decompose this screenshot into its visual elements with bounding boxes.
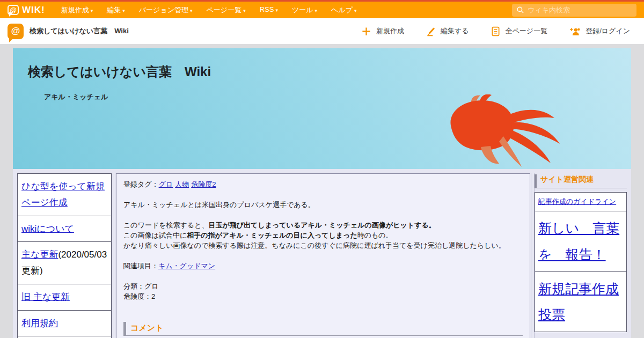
- related-label: 関連項目：: [123, 262, 158, 270]
- text: かなり痛々しい画像なので検索する際は注意。ちなみにこの後すぐに病院に運ばれ手当て…: [123, 241, 506, 249]
- site-logo-at: @: [11, 26, 20, 36]
- bold-text: 相手の指がアキル・ミッチェルの目に入ってしまった: [187, 231, 357, 239]
- text: この画像は試合中に: [123, 231, 187, 239]
- atwiki-logo-text: WIK!: [22, 5, 45, 16]
- chevron-down-icon: ▾: [190, 8, 193, 13]
- bold-text: 目玉が飛び出てしまっているアキル・ミッチェルの画像がヒットする。: [208, 221, 435, 229]
- left-sidebar: ひな型を使って新規ページ作成wikiについて主な更新(2020/05/03更新)…: [17, 173, 112, 338]
- atwiki-logo-icon: @: [8, 5, 19, 15]
- nav-menu-item[interactable]: 新規作成▾: [61, 5, 93, 15]
- column-divider: [531, 173, 535, 338]
- chevron-down-icon: ▾: [91, 8, 93, 13]
- tag-line: 登録タグ：グロ人物危険度2: [123, 179, 523, 189]
- text: アキル・ミッチェルとは米国出身のプロバスケ選手である。: [123, 201, 315, 209]
- paragraph: このワードを検索すると、目玉が飛び出てしまっているアキル・ミッチェルの画像がヒッ…: [123, 220, 523, 251]
- sidebar-link[interactable]: 記事作成のガイドライン: [538, 197, 616, 205]
- action-label: 新規作成: [376, 26, 404, 36]
- site-title: 検索してはいけない言葉 Wiki: [30, 26, 129, 36]
- tag-link[interactable]: 人物: [175, 180, 189, 188]
- sidebar-link[interactable]: wikiについて: [21, 224, 74, 234]
- text: このワードを検索すると、: [123, 221, 208, 229]
- tag-link[interactable]: 危険度2: [191, 180, 216, 188]
- sidebar-menu-cell: ひな型を使って新規ページ作成: [18, 174, 111, 216]
- page-title: アキル・ミッチェル: [44, 92, 108, 102]
- chevron-down-icon: ▾: [275, 8, 278, 13]
- edit-page-button[interactable]: 編集する: [426, 26, 469, 36]
- action-label: 全ページ一覧: [506, 26, 548, 36]
- chevron-down-icon: ▾: [243, 8, 246, 13]
- nav-menu-item[interactable]: 編集▾: [107, 5, 125, 15]
- tag-link[interactable]: グロ: [159, 180, 173, 188]
- related-link[interactable]: キム・グッドマン: [158, 262, 215, 270]
- nav-menu-item[interactable]: RSS▾: [260, 5, 278, 15]
- search-input[interactable]: [528, 6, 632, 14]
- chevron-down-icon: ▾: [122, 8, 125, 13]
- pencil-icon: [426, 26, 436, 36]
- plus-icon: [361, 26, 371, 36]
- chevron-down-icon: ▾: [354, 8, 357, 13]
- text: 時のもの。: [357, 231, 393, 239]
- category-line: 分類：グロ: [123, 281, 523, 291]
- comment-section-heading: コメント: [123, 322, 523, 336]
- sidebar-link[interactable]: 主な更新: [21, 249, 58, 260]
- sidebar-menu-cell: 新しい 言葉を 報告！: [535, 211, 626, 272]
- sidebar-link[interactable]: ひな型を使って新規ページ作成: [21, 181, 105, 208]
- search-icon: [516, 6, 524, 14]
- text-line: かなり痛々しい画像なので検索する際は注意。ちなみにこの後すぐに病院に運ばれ手当て…: [123, 240, 523, 251]
- sidebar-link[interactable]: 新しい 言葉を 報告！: [538, 221, 619, 262]
- chevron-down-icon: ▾: [315, 8, 318, 13]
- action-label: 登録/ログイン: [586, 26, 630, 36]
- sidebar-menu-cell: 新規記事作成投票: [535, 272, 626, 332]
- page-body: 検索してはいけない言葉 Wiki アキル・ミッチェル ひな型を使って新規ページ作…: [0, 44, 644, 338]
- right-sidebar-heading: サイト運営関連: [535, 174, 627, 188]
- header-actions: 新規作成 編集する 全ページ一覧 登録/ログイン: [361, 26, 630, 36]
- tags-label: 登録タグ：: [123, 180, 159, 188]
- wiki-banner: 検索してはいけない言葉 Wiki アキル・ミッチェル: [13, 48, 631, 169]
- paragraph: アキル・ミッチェルとは米国出身のプロバスケ選手である。: [123, 200, 523, 210]
- main-column: 登録タグ：グロ人物危険度2 アキル・ミッチェルとは米国出身のプロバスケ選手である…: [115, 173, 531, 338]
- sidebar-menu-cell: 旧 主な更新: [18, 284, 111, 311]
- new-page-button[interactable]: 新規作成: [361, 26, 404, 36]
- register-login-button[interactable]: 登録/ログイン: [569, 26, 630, 36]
- action-label: 編集する: [441, 26, 469, 36]
- tag-links: グロ人物危険度2: [159, 180, 218, 188]
- right-sidebar-menu: 記事作成のガイドライン新しい 言葉を 報告！新規記事作成投票: [535, 192, 627, 332]
- sidebar-menu-cell: 利用規約: [18, 311, 111, 337]
- text-line: アキル・ミッチェルとは米国出身のプロバスケ選手である。: [123, 200, 523, 210]
- sidebar-menu-cell: wikiについて: [18, 216, 111, 243]
- related-line: 関連項目：キム・グッドマン: [123, 261, 523, 271]
- top-navbar: @ WIK! 新規作成▾編集▾バージョン管理▾ページ一覧▾RSS▾ツール▾ヘルプ…: [0, 0, 644, 18]
- wiki-search-box[interactable]: [512, 4, 636, 17]
- nav-menu: 新規作成▾編集▾バージョン管理▾ページ一覧▾RSS▾ツール▾ヘルプ▾: [61, 5, 357, 15]
- text-line: この画像は試合中に相手の指がアキル・ミッチェルの目に入ってしまった時のもの。: [123, 230, 523, 240]
- column-divider: [112, 173, 115, 338]
- sidebar-link[interactable]: 旧 主な更新: [21, 292, 70, 302]
- goldfish-image: [445, 94, 562, 168]
- right-sidebar: サイト運営関連 記事作成のガイドライン新しい 言葉を 報告！新規記事作成投票: [535, 173, 627, 332]
- danger-line: 危険度：2: [123, 291, 523, 302]
- sidebar-menu-cell: 記事作成のガイドライン: [535, 193, 626, 211]
- nav-menu-item[interactable]: バージョン管理▾: [139, 5, 193, 15]
- document-icon: [491, 26, 501, 36]
- wiki-title: 検索してはいけない言葉 Wiki: [28, 63, 211, 80]
- nav-menu-item[interactable]: ツール▾: [292, 5, 317, 15]
- nav-menu-item[interactable]: ヘルプ▾: [331, 5, 356, 15]
- article-content: 登録タグ：グロ人物危険度2 アキル・ミッチェルとは米国出身のプロバスケ選手である…: [116, 173, 530, 338]
- left-sidebar-menu: ひな型を使って新規ページ作成wikiについて主な更新(2020/05/03更新)…: [17, 173, 112, 338]
- user-add-icon: [569, 26, 581, 36]
- site-logo-icon[interactable]: @: [8, 24, 24, 39]
- content-columns: ひな型を使って新規ページ作成wikiについて主な更新(2020/05/03更新)…: [13, 169, 631, 338]
- sidebar-menu-cell: 主な更新(2020/05/03更新): [18, 242, 111, 284]
- all-pages-button[interactable]: 全ページ一覧: [491, 26, 548, 36]
- sidebar-link[interactable]: 利用規約: [21, 318, 58, 328]
- nav-menu-item[interactable]: ページ一覧▾: [207, 5, 246, 15]
- atwiki-logo[interactable]: @ WIK!: [8, 5, 45, 16]
- sidebar-link[interactable]: 新規記事作成投票: [538, 281, 619, 322]
- paragraphs: アキル・ミッチェルとは米国出身のプロバスケ選手である。このワードを検索すると、目…: [123, 200, 523, 251]
- text-line: このワードを検索すると、目玉が飛び出てしまっているアキル・ミッチェルの画像がヒッ…: [123, 220, 523, 230]
- site-header: @ 検索してはいけない言葉 Wiki 新規作成 編集する 全ページ一覧: [0, 18, 644, 44]
